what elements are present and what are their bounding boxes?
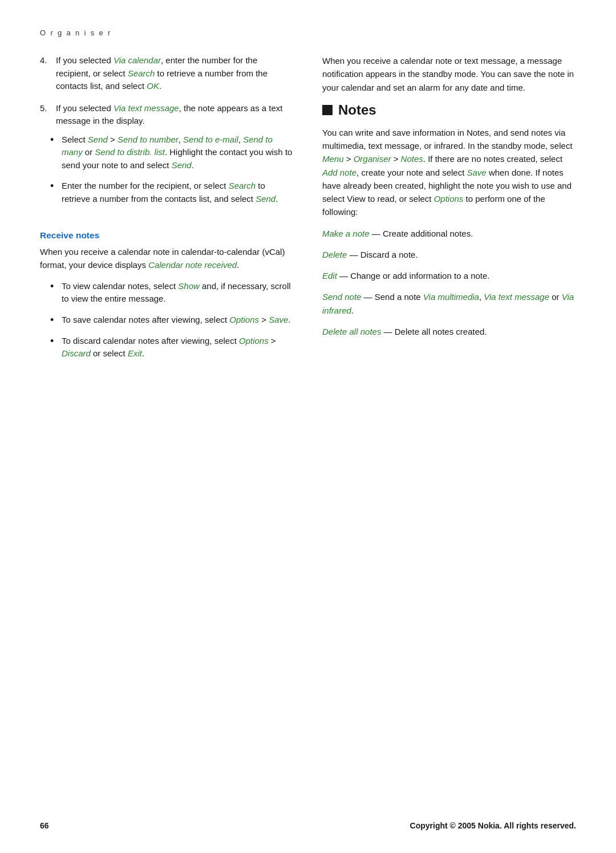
send-note-label: Send note — [322, 292, 361, 302]
item-4-text: If you selected Via calendar, enter the … — [56, 54, 294, 93]
options-save-link: Options — [229, 315, 259, 324]
send-link-2: Send — [172, 160, 192, 170]
footer: 66 Copyright © 2005 Nokia. All rights re… — [40, 821, 576, 830]
send-link: Send — [88, 135, 108, 144]
option-edit: Edit — Change or add information to a no… — [322, 269, 576, 282]
save-note-link: Save — [467, 168, 487, 177]
option-separator-3: — Change or add information to a note. — [337, 271, 490, 281]
page-number: 66 — [40, 821, 49, 830]
notes-description: You can write and save information in No… — [322, 126, 576, 219]
via-multimedia-link: Via multimedia — [423, 292, 479, 302]
bullet-send-text: Select Send > Send to number, Send to e-… — [62, 133, 294, 172]
organiser-link: Organiser — [354, 154, 391, 164]
send-to-email-link: Send to e-mail — [183, 135, 238, 144]
option-send-note: Send note — Send a note Via multimedia, … — [322, 290, 576, 317]
right-intro-para: When you receive a calendar note or text… — [322, 54, 576, 94]
search-link-5: Search — [229, 181, 256, 190]
search-link-4: Search — [128, 68, 155, 78]
bullet-discard-notes: To discard calendar notes after viewing,… — [50, 335, 294, 360]
option-separator-4: — Send a note — [361, 292, 423, 302]
send-link-3: Send — [256, 194, 275, 204]
option-delete-all-notes: Delete all notes — Delete all notes crea… — [322, 325, 576, 338]
option-delete: Delete — Discard a note. — [322, 248, 576, 261]
receive-notes-heading: Receive notes — [40, 230, 294, 241]
bullet-view-notes: To view calendar notes, select Show and,… — [50, 280, 294, 306]
add-note-link: Add note — [322, 168, 356, 177]
notes-section-heading: Notes — [322, 102, 576, 118]
delete-all-notes-label: Delete all notes — [322, 327, 381, 336]
receive-notes-section: Receive notes When you receive a calenda… — [40, 230, 294, 360]
send-to-distrib-link: Send to distrib. list — [95, 147, 165, 157]
bullet-view-text: To view calendar notes, select Show and,… — [62, 280, 294, 306]
view-text: View — [347, 194, 365, 204]
left-column: 4. If you selected Via calendar, enter t… — [40, 54, 294, 368]
bullet-enter-text: Enter the number for the recipient, or s… — [62, 180, 294, 205]
menu-link: Menu — [322, 154, 344, 164]
options-discard-link: Options — [239, 336, 269, 346]
item-5-header: 5. If you selected Via text message, the… — [40, 102, 294, 128]
option-comma-1: , — [479, 292, 484, 302]
delete-label: Delete — [322, 250, 347, 259]
ok-link: OK — [147, 81, 159, 91]
page-container: O r g a n i s e r 4. If you selected Via… — [0, 0, 616, 414]
header-label: O r g a n i s e r — [40, 29, 576, 37]
item-5-bullets: Select Send > Send to number, Send to e-… — [50, 133, 294, 214]
option-make-a-note: Make a note — Create additional notes. — [322, 227, 576, 240]
show-link: Show — [178, 281, 200, 291]
notes-title: Notes — [338, 102, 376, 118]
option-separator-5: — Delete all notes created. — [381, 327, 487, 336]
bullet-send-options: Select Send > Send to number, Send to e-… — [50, 133, 294, 172]
exit-link: Exit — [128, 348, 142, 358]
option-or: or — [549, 292, 562, 302]
via-calendar-link: Via calendar — [114, 55, 161, 65]
option-period: . — [351, 306, 354, 315]
bullet-save-text: To save calendar notes after viewing, se… — [62, 314, 291, 327]
bullet-save-notes: To save calendar notes after viewing, se… — [50, 314, 294, 327]
bullet-discard-text: To discard calendar notes after viewing,… — [62, 335, 294, 360]
save-link: Save — [269, 315, 288, 324]
notes-link: Notes — [401, 154, 423, 164]
options-link: Options — [434, 194, 464, 204]
make-a-note-label: Make a note — [322, 229, 370, 238]
receive-notes-bullets: To view calendar notes, select Show and,… — [50, 280, 294, 360]
numbered-list: 4. If you selected Via calendar, enter t… — [40, 54, 294, 219]
edit-label: Edit — [322, 271, 337, 281]
via-text-message-link: Via text message — [114, 103, 179, 113]
options-list: Make a note — Create additional notes. D… — [322, 227, 576, 339]
notes-square-icon — [322, 105, 333, 115]
calendar-note-received-link: Calendar note received — [148, 260, 237, 270]
bullet-enter-number: Enter the number for the recipient, or s… — [50, 180, 294, 205]
list-item-5: 5. If you selected Via text message, the… — [40, 102, 294, 220]
item-5-text: If you selected Via text message, the no… — [56, 102, 294, 128]
list-item-4: 4. If you selected Via calendar, enter t… — [40, 54, 294, 93]
copyright-text: Copyright © 2005 Nokia. All rights reser… — [410, 821, 576, 830]
item-number-5: 5. — [40, 102, 56, 128]
two-column-layout: 4. If you selected Via calendar, enter t… — [40, 54, 576, 368]
via-text-message-link-2: Via text message — [484, 292, 549, 302]
right-column: When you receive a calendar note or text… — [322, 54, 576, 368]
discard-link: Discard — [62, 348, 91, 358]
send-to-number-link: Send to number — [117, 135, 179, 144]
option-separator-2: — Discard a note. — [347, 250, 418, 259]
option-separator-1: — Create additional notes. — [370, 229, 473, 238]
receive-notes-intro: When you receive a calendar note in cale… — [40, 245, 294, 272]
item-number-4: 4. — [40, 54, 56, 93]
